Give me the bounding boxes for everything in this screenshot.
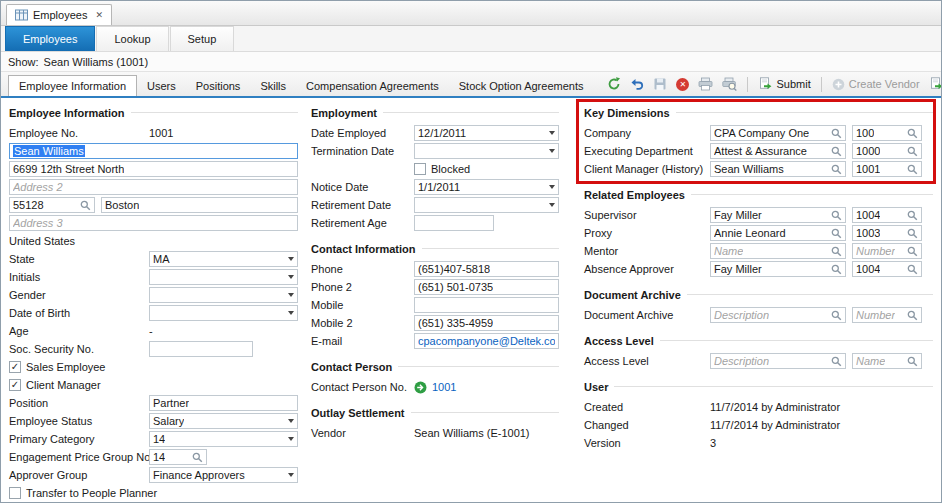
termination-date-combo[interactable] xyxy=(414,143,559,159)
dropdown-arrow-icon[interactable] xyxy=(288,437,294,441)
print-button[interactable] xyxy=(696,76,715,92)
refresh-button[interactable] xyxy=(605,76,623,92)
lookup-magnifier-icon[interactable] xyxy=(907,228,918,239)
lookup-magnifier-icon[interactable] xyxy=(907,246,918,257)
proxy-0-lookup[interactable]: Annie Leonard xyxy=(710,225,846,241)
dropdown-arrow-icon[interactable] xyxy=(288,275,294,279)
tab-employee-information[interactable]: Employee Information xyxy=(8,75,137,96)
tab-stock-option-agreements[interactable]: Stock Option Agreements xyxy=(449,75,594,96)
company-1-lookup[interactable]: 100 xyxy=(852,125,922,141)
employee-status-combo[interactable]: Salary xyxy=(149,413,298,429)
approver-group-combo[interactable]: Finance Approvers xyxy=(149,467,298,483)
lookup-magnifier-icon[interactable] xyxy=(831,264,842,275)
lookup-magnifier-icon[interactable] xyxy=(907,356,918,367)
e-mail-input[interactable]: cpacompanyone@Deltek.com xyxy=(414,333,559,349)
lookup-magnifier-icon[interactable] xyxy=(907,146,918,157)
lookup-magnifier-icon[interactable] xyxy=(192,452,203,463)
gender-combo[interactable] xyxy=(149,287,298,303)
engagement-price-group-no-lookup[interactable]: 14 xyxy=(149,449,207,465)
mobile-input[interactable] xyxy=(414,297,559,313)
client-manager-checkbox[interactable] xyxy=(9,379,21,391)
print-preview-button[interactable] xyxy=(720,76,739,92)
zip-city-1-input[interactable]: Boston xyxy=(101,197,298,213)
lookup-magnifier-icon[interactable] xyxy=(80,200,91,211)
lookup-magnifier-icon[interactable] xyxy=(907,264,918,275)
access-level-1-lookup[interactable]: Name xyxy=(852,353,922,369)
checkbox-row-sales-employee[interactable]: Sales Employee xyxy=(9,358,298,376)
tab-positions[interactable]: Positions xyxy=(186,75,251,96)
company-0-lookup[interactable]: CPA Company One xyxy=(710,125,846,141)
document-tab-employees[interactable]: Employees ✕ xyxy=(6,4,112,25)
executing-department-0-lookup[interactable]: Attest & Assurance xyxy=(710,143,846,159)
mentor-0-lookup[interactable]: Name xyxy=(710,243,846,259)
lookup-magnifier-icon[interactable] xyxy=(831,310,842,321)
save-button[interactable] xyxy=(651,76,669,92)
proxy-1-lookup[interactable]: 1003 xyxy=(852,225,922,241)
lookup-magnifier-icon[interactable] xyxy=(831,128,842,139)
ribbon-tab-employees[interactable]: Employees xyxy=(5,26,95,51)
dropdown-arrow-icon[interactable] xyxy=(288,419,294,423)
lookup-magnifier-icon[interactable] xyxy=(907,128,918,139)
tab-skills[interactable]: Skills xyxy=(250,75,296,96)
dropdown-arrow-icon[interactable] xyxy=(549,131,555,135)
soc-security-no-input[interactable] xyxy=(149,341,253,357)
retirement-date-combo[interactable] xyxy=(414,197,559,213)
checkbox-row-client-manager[interactable]: Client Manager xyxy=(9,376,298,394)
supervisor-1-lookup[interactable]: 1004 xyxy=(852,207,922,223)
absence-approver-1-lookup[interactable]: 1004 xyxy=(852,261,922,277)
client-manager-history-0-lookup[interactable]: Sean Williams xyxy=(710,161,846,177)
ribbon-tab-setup[interactable]: Setup xyxy=(170,26,235,51)
tab-compensation-agreements[interactable]: Compensation Agreements xyxy=(296,75,449,96)
address-3-input[interactable]: Address 3 xyxy=(9,215,298,231)
checkbox-row-blocked[interactable]: Blocked xyxy=(414,160,559,178)
tab-users[interactable]: Users xyxy=(137,75,186,96)
document-archive-0-lookup[interactable]: Description xyxy=(710,307,846,323)
dropdown-arrow-icon[interactable] xyxy=(288,293,294,297)
lookup-magnifier-icon[interactable] xyxy=(831,210,842,221)
contact-person-no-link[interactable]: 1001 xyxy=(432,381,456,393)
blocked-checkbox[interactable] xyxy=(414,163,426,175)
primary-category-combo[interactable]: 14 xyxy=(149,431,298,447)
lookup-magnifier-icon[interactable] xyxy=(831,356,842,367)
delete-button[interactable]: ✕ xyxy=(674,77,691,92)
sales-employee-checkbox[interactable] xyxy=(9,361,21,373)
dropdown-arrow-icon[interactable] xyxy=(549,203,555,207)
phone-2-input[interactable]: (651) 501-0735 xyxy=(414,279,559,295)
phone-input[interactable]: (651)407-5818 xyxy=(414,261,559,277)
lookup-magnifier-icon[interactable] xyxy=(831,246,842,257)
notice-date-combo[interactable]: 1/1/2011 xyxy=(414,179,559,195)
dropdown-arrow-icon[interactable] xyxy=(288,257,294,261)
lookup-magnifier-icon[interactable] xyxy=(907,210,918,221)
client-manager-history-1-lookup[interactable]: 1001 xyxy=(852,161,922,177)
position-input[interactable]: Partner xyxy=(149,395,298,411)
employee-name-input[interactable]: Sean Williams xyxy=(9,143,298,159)
mentor-1-lookup[interactable]: Number xyxy=(852,243,922,259)
submit-button[interactable]: Submit xyxy=(756,76,812,92)
access-level-0-lookup[interactable]: Description xyxy=(710,353,846,369)
jump-to-icon[interactable] xyxy=(414,381,427,394)
document-archive-1-lookup[interactable]: Number xyxy=(852,307,922,323)
dropdown-arrow-icon[interactable] xyxy=(288,311,294,315)
undo-button[interactable] xyxy=(628,76,646,92)
show-value[interactable]: Sean Williams (1001) xyxy=(44,56,149,68)
address-1-input[interactable]: 6699 12th Street North xyxy=(9,161,298,177)
close-icon[interactable]: ✕ xyxy=(95,10,103,20)
dropdown-arrow-icon[interactable] xyxy=(549,185,555,189)
supervisor-0-lookup[interactable]: Fay Miller xyxy=(710,207,846,223)
executing-department-1-lookup[interactable]: 1000 xyxy=(852,143,922,159)
retirement-age-input[interactable] xyxy=(414,215,494,231)
lookup-magnifier-icon[interactable] xyxy=(907,310,918,321)
mobile-2-input[interactable]: (651) 335-4959 xyxy=(414,315,559,331)
submit-vendor-button[interactable]: Submit Vendor xyxy=(927,76,942,92)
lookup-magnifier-icon[interactable] xyxy=(831,146,842,157)
ribbon-tab-lookup[interactable]: Lookup xyxy=(96,26,168,51)
lookup-magnifier-icon[interactable] xyxy=(831,164,842,175)
address-2-input[interactable]: Address 2 xyxy=(9,179,298,195)
date-of-birth-combo[interactable] xyxy=(149,305,298,321)
create-vendor-button[interactable]: Create Vendor xyxy=(830,77,922,92)
initials-combo[interactable] xyxy=(149,269,298,285)
transfer-to-people-planner-checkbox[interactable] xyxy=(9,487,21,499)
dropdown-arrow-icon[interactable] xyxy=(288,473,294,477)
checkbox-row-transfer-to-people-planner[interactable]: Transfer to People Planner xyxy=(9,484,298,502)
zip-city-0-lookup[interactable]: 55128 xyxy=(9,197,95,213)
